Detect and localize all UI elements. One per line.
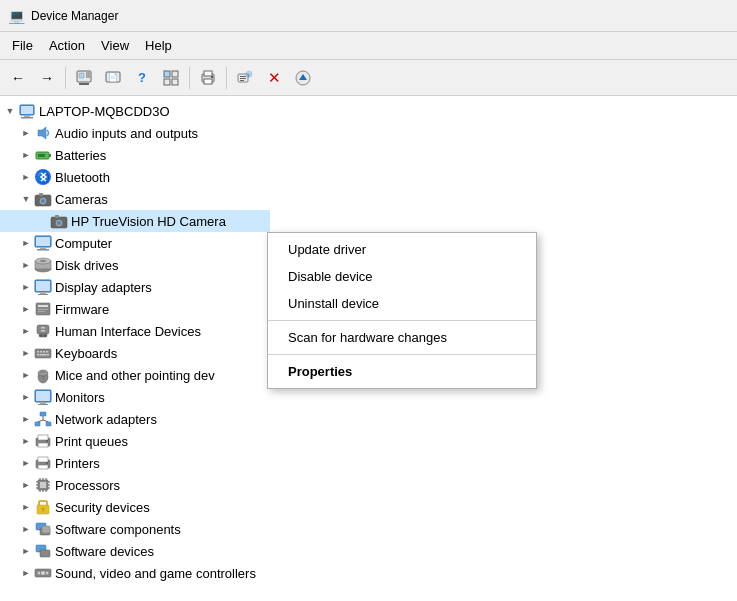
svg-rect-52 [40,292,46,294]
tree-softwarecomp[interactable]: ► Software components [0,518,270,540]
expand-hid[interactable]: ► [18,326,34,336]
context-scan-hardware[interactable]: Scan for hardware changes [268,324,536,351]
network-icon [34,410,52,428]
svg-rect-63 [44,335,46,337]
menu-help[interactable]: Help [137,35,180,56]
tree-processors[interactable]: ► Proces [0,474,270,496]
bluetooth-label: Bluetooth [55,170,110,185]
expand-batteries[interactable]: ► [18,150,34,160]
expand-processors[interactable]: ► [18,480,34,490]
toolbar-separator-3 [226,67,227,89]
title-bar: 💻 Device Manager [0,0,737,32]
tree-hid[interactable]: ► Human Interface Devices [0,320,270,342]
tree-printqueues[interactable]: ► Print queues [0,430,270,452]
svg-rect-14 [204,79,212,84]
print-button[interactable] [194,64,222,92]
tree-display[interactable]: ► Display adapters [0,276,270,298]
update-driver-btn2[interactable] [289,64,317,92]
expand-sound[interactable]: ► [18,568,34,578]
svg-marker-28 [38,127,46,139]
context-uninstall-device[interactable]: Uninstall device [268,290,536,317]
tree-monitors[interactable]: ► Monitors [0,386,270,408]
context-disable-device[interactable]: Disable device [268,263,536,290]
svg-rect-62 [40,335,42,337]
svg-rect-8 [164,71,170,77]
svg-rect-77 [36,391,50,401]
monitors-label: Monitors [55,390,105,405]
expand-cameras[interactable]: ▼ [18,194,34,204]
display-icon [34,278,52,296]
svg-rect-1 [79,73,84,78]
expand-printqueues[interactable]: ► [18,436,34,446]
expand-display[interactable]: ► [18,282,34,292]
expand-network[interactable]: ► [18,414,34,424]
tree-cameras[interactable]: ▼ Cameras [0,188,270,210]
uninstall-button[interactable]: ✕ [260,64,288,92]
svg-rect-116 [40,550,50,557]
tree-network[interactable]: ► Network adapters [0,408,270,430]
svg-rect-51 [36,281,50,291]
svg-rect-41 [55,215,59,218]
tree-printers[interactable]: ► Printers [0,452,270,474]
expand-root[interactable]: ▼ [2,106,18,116]
scan-button[interactable]: i [231,64,259,92]
tree-sound[interactable]: ► Sound, video and game controllers [0,562,270,584]
mice-icon [34,366,52,384]
tree-softwaredev[interactable]: ► Software devices [0,540,270,562]
expand-disk[interactable]: ► [18,260,34,270]
menu-view[interactable]: View [93,35,137,56]
cameras-label: Cameras [55,192,108,207]
tree-root[interactable]: ▼ LAPTOP-MQBCDD3O [0,100,270,122]
back-button[interactable]: ← [4,64,32,92]
device-tree: ▼ LAPTOP-MQBCDD3O ► Audio inputs and [0,96,270,588]
expand-computer[interactable]: ► [18,238,34,248]
properties-button[interactable] [70,64,98,92]
mice-label: Mice and other pointing dev [55,368,215,383]
update-driver-button[interactable]: 📄 [99,64,127,92]
svg-rect-10 [164,79,170,85]
expand-softwarecomp[interactable]: ► [18,524,34,534]
main-content: ▼ LAPTOP-MQBCDD3O ► Audio inputs and [0,96,737,601]
svg-point-74 [38,370,48,376]
tree-firmware[interactable]: ► Firmware [0,298,270,320]
tree-disk[interactable]: ► Disk drives [0,254,270,276]
display-label: Display adapters [55,280,152,295]
computer-icon [34,234,52,252]
tree-batteries[interactable]: ► Batteries [0,144,270,166]
context-separator-2 [268,354,536,355]
svg-rect-69 [37,354,39,356]
forward-button[interactable]: → [33,64,61,92]
tree-security[interactable]: ► Security devices [0,496,270,518]
expand-keyboards[interactable]: ► [18,348,34,358]
expand-monitors[interactable]: ► [18,392,34,402]
expand-mice[interactable]: ► [18,370,34,380]
help-button[interactable]: ? [128,64,156,92]
menu-action[interactable]: Action [41,35,93,56]
svg-rect-44 [40,247,46,249]
expand-audio[interactable]: ► [18,128,34,138]
expand-bluetooth[interactable]: ► [18,172,34,182]
monitors-icon [34,388,52,406]
hid-icon [34,322,52,340]
tree-audio[interactable]: ► Audio inputs and outputs [0,122,270,144]
expand-printers[interactable]: ► [18,458,34,468]
svg-rect-61 [41,330,45,332]
view-button[interactable] [157,64,185,92]
context-properties[interactable]: Properties [268,358,536,385]
tree-bluetooth[interactable]: ► 🔵 Bluetooth [0,166,270,188]
context-update-driver[interactable]: Update driver [268,236,536,263]
printers-label: Printers [55,456,100,471]
expand-security[interactable]: ► [18,502,34,512]
svg-rect-53 [38,294,48,295]
expand-firmware[interactable]: ► [18,304,34,314]
menu-file[interactable]: File [4,35,41,56]
svg-rect-30 [49,154,51,157]
tree-mice[interactable]: ► Mice and other pointing dev [0,364,270,386]
svg-rect-13 [204,71,212,76]
expand-softwaredev[interactable]: ► [18,546,34,556]
softwarecomp-icon [34,520,52,538]
svg-rect-5 [79,83,89,85]
tree-computer[interactable]: ► Computer [0,232,270,254]
tree-camera-device[interactable]: ► HP TrueVision HD Camera [0,210,270,232]
tree-keyboards[interactable]: ► Keyboards [0,342,270,364]
